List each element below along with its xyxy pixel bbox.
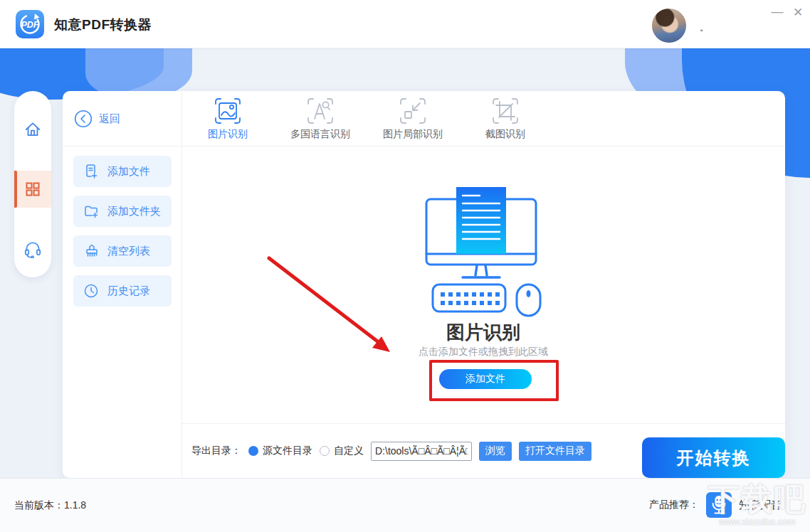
radio-custom-label: 自定义 [334,445,364,457]
mode-tabs: 图片识别 多国语言识别 图片局部识别 [182,91,552,146]
radio-custom-dir[interactable]: 自定义 [320,445,364,457]
status-bar: 当前版本：1.1.8 产品推荐： 知意配音 ZHIYI [0,478,810,532]
add-file-button[interactable]: 添加文件 [73,156,172,187]
dropzone-title: 图片识别 [182,320,785,345]
nav-rail [14,91,51,277]
radio-source-label: 源文件目录 [263,445,312,457]
title-bar: PDF 知意PDF转换器 。 — ✕ [0,0,810,48]
header-divider [63,146,785,147]
radio-selected-icon [248,446,258,456]
app-logo-icon: PDF [16,10,44,38]
start-convert-button[interactable]: 开始转换 [642,437,785,478]
back-icon [74,110,93,128]
add-folder-label: 添加文件夹 [107,205,161,218]
history-button[interactable]: 历史记录 [73,275,172,307]
nav-converter[interactable] [14,171,51,208]
tab-partial-ocr[interactable]: 图片局部识别 [367,91,459,146]
computer-illustration [403,185,559,317]
screenshot-ocr-icon [490,96,520,126]
image-ocr-icon [213,96,243,126]
grid-icon [24,181,41,198]
vertical-divider [182,91,182,478]
radio-source-dir[interactable]: 源文件目录 [248,445,312,457]
multilang-ocr-icon [305,96,335,126]
microphone-app-icon [706,492,732,518]
promo-app-name: 知意配音 [739,499,782,512]
tab-label: 多国语言识别 [290,128,350,141]
history-icon [83,283,99,299]
back-label: 返回 [99,112,120,126]
svg-text:PDF: PDF [21,20,39,30]
add-folder-icon [83,203,99,219]
app-title: 知意PDF转换器 [54,16,152,34]
product-promo[interactable]: 产品推荐： 知意配音 [649,492,782,518]
tab-image-ocr[interactable]: 图片识别 [182,91,274,146]
account-name: 。 [700,21,709,34]
add-file-cta-button[interactable]: 添加文件 [439,369,532,389]
radio-unselected-icon [320,446,330,456]
tab-label: 截图识别 [485,128,525,141]
headset-icon [23,240,42,258]
avatar[interactable] [652,9,686,43]
add-folder-button[interactable]: 添加文件夹 [73,196,172,227]
home-icon [23,120,42,139]
add-file-icon [83,164,99,179]
tab-label: 图片识别 [208,128,248,141]
main-panel: 返回 图片识别 多国语言识别 [63,91,785,478]
back-button[interactable]: 返回 [74,110,120,128]
nav-support[interactable] [14,230,51,267]
browse-button[interactable]: 浏览 [479,442,512,461]
app-window: PDF 知意PDF转换器 。 — ✕ [0,0,810,532]
clear-list-label: 清空列表 [107,245,150,258]
clear-list-button[interactable]: 清空列表 [73,235,172,267]
export-path-input[interactable] [371,442,472,461]
close-button[interactable]: ✕ [787,1,809,23]
history-label: 历史记录 [107,284,150,298]
open-dir-button[interactable]: 打开文件目录 [519,442,591,461]
minimize-button[interactable]: — [767,1,788,23]
nav-home[interactable] [14,111,51,148]
partial-ocr-icon [398,96,428,126]
version-text: 当前版本：1.1.8 [14,499,86,512]
tab-label: 图片局部识别 [383,128,443,141]
promo-label: 产品推荐： [649,499,699,511]
export-dir-label: 导出目录： [191,445,241,457]
tab-screenshot-ocr[interactable]: 截图识别 [459,91,552,146]
add-file-label: 添加文件 [107,165,150,179]
clear-list-icon [83,243,99,259]
dropzone-hint: 点击添加文件或拖拽到此区域 [182,346,785,358]
tab-multilang-ocr[interactable]: 多国语言识别 [274,91,367,146]
